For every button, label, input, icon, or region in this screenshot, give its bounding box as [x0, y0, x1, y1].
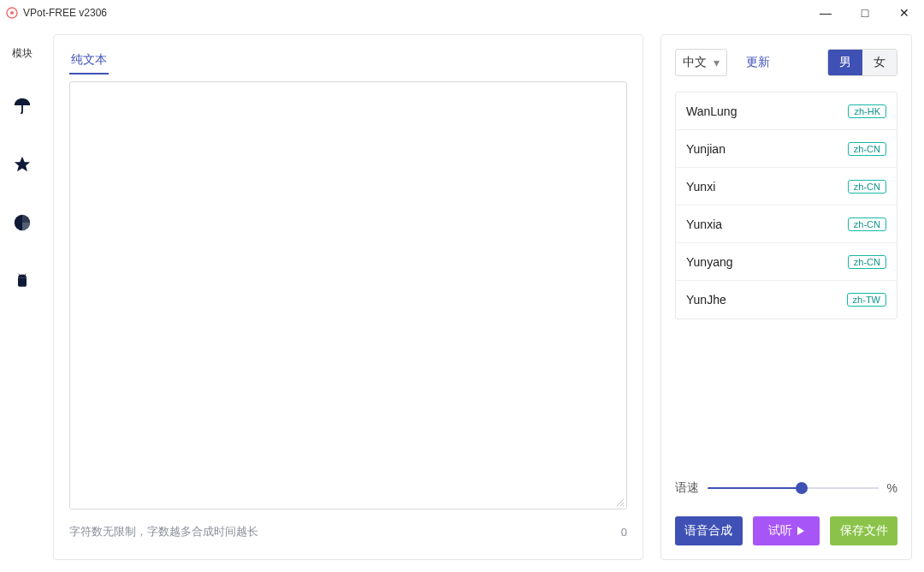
editor-panel: 纯文本 字符数无限制，字数越多合成时间越长 0	[53, 34, 643, 560]
speed-row: 语速 %	[675, 480, 897, 496]
refresh-button[interactable]: 更新	[746, 55, 770, 70]
char-hint: 字符数无限制，字数越多合成时间越长	[69, 524, 258, 539]
umbrella-icon[interactable]	[9, 93, 35, 119]
maximize-button[interactable]: □	[845, 0, 885, 26]
aperture-icon[interactable]	[9, 210, 35, 235]
tab-plain-text[interactable]: 纯文本	[69, 47, 109, 74]
locale-badge: zh-CN	[848, 255, 886, 269]
voice-item[interactable]: Yunjian zh-CN	[676, 130, 897, 168]
voice-panel: 中文 ▾ 更新 男 女 WanLung zh-HK Yunjian zh-CN	[660, 34, 912, 560]
synthesize-button[interactable]: 语音合成	[675, 516, 743, 545]
locale-badge: zh-TW	[847, 293, 886, 307]
gender-male[interactable]: 男	[828, 50, 862, 75]
language-select[interactable]: 中文 ▾	[675, 49, 727, 76]
minimize-button[interactable]: —	[806, 0, 845, 26]
voice-item[interactable]: Yunxia zh-CN	[676, 206, 897, 243]
gender-female[interactable]: 女	[862, 50, 897, 75]
speed-unit: %	[887, 481, 897, 495]
title-bar: VPot-FREE v2306 — □ ✕	[0, 0, 924, 26]
voice-item[interactable]: WanLung zh-HK	[676, 92, 897, 130]
slider-thumb[interactable]	[796, 482, 808, 494]
voice-item[interactable]: YunJhe zh-TW	[676, 281, 897, 319]
android-icon[interactable]	[9, 268, 35, 294]
close-button[interactable]: ✕	[885, 0, 924, 26]
sidebar-module-label: 模块	[12, 46, 33, 61]
locale-badge: zh-CN	[848, 142, 886, 156]
gender-toggle: 男 女	[827, 49, 897, 76]
svg-point-1	[10, 11, 14, 15]
chevron-down-icon: ▾	[714, 56, 720, 69]
voice-item[interactable]: Yunyang zh-CN	[676, 243, 897, 281]
sidebar: 模块	[0, 26, 44, 572]
locale-badge: zh-HK	[848, 104, 886, 118]
app-icon	[5, 6, 19, 20]
language-label: 中文	[683, 55, 707, 70]
preview-button[interactable]: 试听	[753, 516, 820, 545]
voice-item[interactable]: Yunxi zh-CN	[676, 168, 897, 206]
char-counter: 0	[621, 526, 627, 539]
speed-label: 语速	[675, 480, 699, 496]
locale-badge: zh-CN	[848, 180, 886, 194]
star-icon[interactable]	[9, 152, 35, 177]
window-title: VPot-FREE v2306	[23, 7, 107, 19]
speed-slider[interactable]	[708, 487, 879, 489]
locale-badge: zh-CN	[848, 217, 886, 231]
text-input[interactable]	[69, 81, 627, 509]
voice-list: WanLung zh-HK Yunjian zh-CN Yunxi zh-CN …	[675, 92, 897, 319]
save-file-button[interactable]: 保存文件	[830, 516, 897, 545]
play-icon	[797, 527, 804, 535]
